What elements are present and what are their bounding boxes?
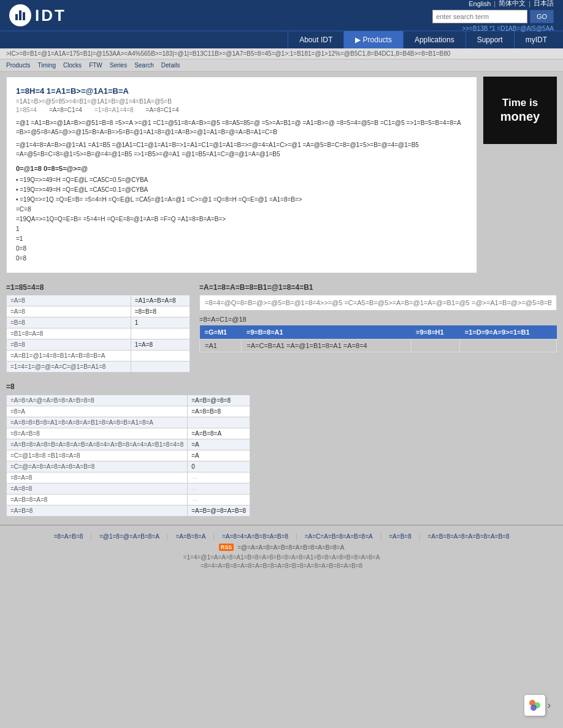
results-label: =8=A=C1=@18: [199, 316, 557, 323]
svg-rect-0: [15, 14, 18, 20]
spec-label: =A=B1=@1=4=8=B1=A=B=8=B=A: [7, 351, 131, 362]
footer-sep: |: [419, 533, 421, 540]
features-title: 0=@1=8 0=8=5=@>=@: [16, 165, 467, 172]
lang-sep2: |: [529, 0, 530, 7]
bottom-title: =8: [6, 382, 557, 391]
ad-banner[interactable]: Time is money: [483, 77, 557, 144]
bspec-value: =A=B=8=A: [188, 428, 250, 439]
footer-sep: |: [296, 533, 297, 540]
footer-copyright: =1=4=@1=A=A=8=A1=B=8=A=8=B=8=A=8=A1=B=8=…: [12, 554, 551, 561]
feature-7: =1: [16, 234, 467, 244]
footer-sep: |: [167, 533, 169, 540]
bspec-value: =A=B=@=8=8: [188, 395, 250, 406]
table-row: =A=B=8=A=8 —: [7, 495, 250, 506]
logo-svg: [14, 9, 26, 21]
feature-8: 0=8: [16, 244, 467, 254]
bspec-label: =C=@=A=8=A=8=A=8=A=B=8: [7, 461, 188, 472]
table-row: =A=8 =A1=A=B=A=8: [7, 295, 190, 306]
part-search-title: =A=1=8=A=B=8=B1=@1=8=4=B1: [199, 283, 557, 292]
table-row: =B=8 1=A=8: [7, 339, 190, 351]
spec-label: =1=4=1=@=@=A=C=@1=B=A1=8: [7, 362, 131, 373]
table-row: =A=8=8 —: [7, 483, 250, 495]
header: IDT English | 简体中文 | 日本語 GO >>=B13B *1 =…: [0, 0, 563, 31]
header-right: English | 简体中文 | 日本語 GO >>=B13B *1 =D1AB…: [432, 0, 554, 32]
go-button[interactable]: GO: [530, 10, 554, 23]
col-header-2: =9=B=8=A1: [242, 325, 411, 339]
rss-icon[interactable]: RSS: [219, 544, 234, 551]
footer-sep: |: [380, 533, 382, 540]
ad-line1: Time is: [502, 97, 538, 109]
subnav-item-4[interactable]: FTW: [89, 62, 102, 69]
lang-japanese[interactable]: 日本語: [534, 0, 554, 8]
footer-sep: |: [213, 533, 215, 540]
breadcrumb: >IC>=8=B1=@1=A1A=175=B1|=@153AA>=A4%565B…: [0, 48, 563, 59]
row-col4: [460, 339, 557, 352]
footer-rss-row: RSS =@=A=A=8=A=B=8=A=B=8=A=B=8=A: [12, 544, 551, 551]
table-row: =B=8 1: [7, 317, 190, 328]
product-meta: =1A1=B>=@5=85>=4=B1=@1A1=B=@1=4=B1A=@5=B: [16, 98, 467, 105]
spec-value: 1=A=8: [131, 339, 190, 351]
part-search-section: =A=1=8=A=B=8=B1=@1=8=4=B1 =8=A=C1=@18 =G…: [199, 283, 557, 373]
subnav-item-1[interactable]: Products: [6, 62, 30, 69]
bspec-label: =A=8=A=@=A=B=8=A=B=8=8: [7, 395, 188, 406]
bspec-label: =C=@1=8=8 =B1=8=A=8: [7, 450, 188, 461]
bspec-label: =A=B=8=A=8=B=A=8=A=B=A=8=4=A=B=8=A=4=A=B…: [7, 439, 188, 450]
bspec-label: =A=B=8=A=8: [7, 495, 188, 506]
rev-value: =A=8=C1=4: [146, 107, 179, 113]
row-col1: =A1: [200, 339, 242, 352]
subnav-item-2[interactable]: Timing: [37, 62, 56, 69]
bspec-value: —: [188, 483, 250, 495]
nav-item-applications[interactable]: Applications: [403, 31, 465, 48]
results-header-row: =G=M1 =9=B=8=A1 =9=8=H1 =1=D=9=A=9>=1=B1: [200, 325, 557, 339]
subnav-strip: Products Timing Clocks FTW Series Search…: [0, 59, 563, 72]
spec-value: =8=B=8: [131, 306, 190, 317]
subnav-item-3[interactable]: Clocks: [63, 62, 82, 69]
search-input[interactable]: [432, 10, 527, 23]
footer-link-2[interactable]: =@1=8=@=A=B=8=A: [99, 533, 159, 540]
footer-link-5[interactable]: =A=C=A=B=8=A=B=8=A: [305, 533, 373, 540]
product-meta-row: 1=85=4 =A=8=C1=4 =1=8=A1=4=8 =A=8=C1=4: [16, 107, 467, 113]
nav-item-myidt[interactable]: myIDT: [514, 31, 558, 48]
nav-item-about[interactable]: About IDT: [288, 31, 343, 48]
bottom-specs-table: =A=8=A=@=A=B=8=A=B=8=8 =A=B=@=8=8 =8=A =…: [6, 395, 250, 517]
feature-5: =19QA=>=1Q=Q=E=B= =5=4=H =Q=E=8=@1=A=B =…: [16, 214, 467, 224]
part-search-input[interactable]: [199, 295, 557, 311]
specs-section: =1=85=4=8 =A=8 =A1=A=B=A=8 =A=8 =8=B=8 =…: [6, 283, 190, 373]
table-row: =8=A=B=8 =A=B=8=A: [7, 428, 250, 439]
nav-item-support[interactable]: Support: [465, 31, 514, 48]
footer-link-1[interactable]: =8=A=B=8: [53, 533, 83, 540]
spec-value: [131, 351, 190, 362]
spec-value: [131, 328, 190, 339]
feature-9: 0=8: [16, 254, 467, 264]
spec-label: =A=8: [7, 306, 131, 317]
footer-link-4[interactable]: =A=8=4=A=B=8=A=B=8: [222, 533, 288, 540]
date-label: 1=85=4: [16, 107, 37, 113]
table-row: =B1=8=A=8: [7, 328, 190, 339]
subnav-item-6[interactable]: Search: [134, 62, 154, 69]
spec-value: 1: [131, 317, 190, 328]
lang-english[interactable]: English: [469, 0, 491, 7]
product-title: 1=8H=4 1=A1=B>=@1A1=B=A: [16, 86, 467, 96]
table-row: =C=@1=8=8 =B1=8=A=8 =A: [7, 450, 250, 461]
product-desc1: =@1 =A1=B>=@1A=B>=@51=B=8 =5>=A >=@1 =C1…: [16, 118, 467, 137]
feature-6: 1: [16, 224, 467, 234]
footer-link-7[interactable]: =A=B=8=A=8=A=B=8=A=B=8: [427, 533, 509, 540]
table-row: =A=B=8=A=8=B=A=8=A=B=A=8=4=A=B=8=A=4=A=B…: [7, 439, 250, 450]
subnav-item-7[interactable]: Details: [161, 62, 180, 69]
nav-bar: About IDT ▶ Products Applications Suppor…: [0, 31, 563, 48]
lang-chinese[interactable]: 简体中文: [499, 0, 526, 8]
svg-rect-2: [23, 12, 25, 20]
logo-icon: [9, 4, 31, 26]
footer-link-3[interactable]: =A=B=8=A: [175, 533, 205, 540]
lang-bar: English | 简体中文 | 日本語: [469, 0, 554, 8]
spec-label: =B=8: [7, 339, 131, 351]
svg-rect-1: [19, 10, 21, 20]
footer-link-6[interactable]: =A=B=8: [389, 533, 411, 540]
features-list: • =19Q=>=49=H =Q=E@L =CA5C=0.5=@CYBA • =…: [16, 175, 467, 264]
spec-label: =B=8: [7, 317, 131, 328]
subnav-item-5[interactable]: Series: [110, 62, 127, 69]
nav-item-products[interactable]: ▶ Products: [343, 31, 403, 48]
col-header-4: =1=D=9=A=9>=1=B1: [460, 325, 557, 339]
results-table: =G=M1 =9=B=8=A1 =9=8=H1 =1=D=9=A=9>=1=B1…: [199, 325, 557, 352]
ad-box: Time is money: [483, 77, 557, 273]
